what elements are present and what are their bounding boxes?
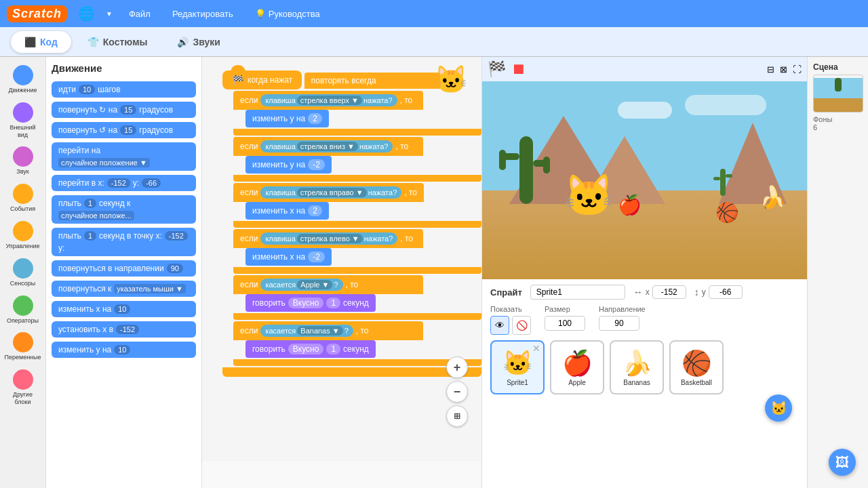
key-sensing-4: клавиша стрелка влево ▼ нажата? [260,232,397,245]
block-move[interactable]: идти 10 шагов [52,81,196,98]
if-header-1: если клавиша стрелка вверх ▼ нажата? , т… [233,91,423,110]
size-input[interactable] [545,316,585,331]
visibility-buttons: 👁 🚫 [490,316,531,335]
category-variables[interactable]: Переменные [3,329,43,364]
basketball-name: Basketball [681,379,712,386]
sprite-props: Показать 👁 🚫 Размер Направление [490,305,799,335]
direction-input[interactable] [599,316,639,331]
if-header-5: если касается Apple ▼ ? , то [233,275,423,294]
category-sound[interactable]: Звук [3,144,43,178]
apple-sprite: 🍎 [618,194,642,216]
show-button[interactable]: 👁 [490,316,509,335]
basketball-image: 🏀 [682,349,712,378]
globe-dropdown-icon: ▼ [106,10,113,18]
y-coord-group: ↕ у [694,285,743,299]
touching-sensing-2: касается Bananas ▼ ? [260,325,353,337]
categories-panel: Движение Внешний вид Звук События Управл… [0,57,46,488]
edit-menu[interactable]: Редактировать [167,6,239,22]
sprite-header: Спрайт ↔ х ↕ у [490,285,799,300]
category-myblocks[interactable]: Другие блоки [3,367,43,409]
stage-area: 🏁 ⏹ ⊟ ⊠ ⛶ [481,57,807,488]
script-container: 🏁 когда нажат повторять всегда если клав… [222,70,481,377]
hat-block: 🏁 когда нажат [222,70,302,89]
block-change-y[interactable]: изменить у на 10 [52,342,196,358]
code-area[interactable]: 🐱 🏁 когда нажат повторять всегда [202,57,481,488]
direction-label: Направление [599,305,646,313]
add-backdrop-button[interactable]: 🖼 [829,449,856,476]
sprite-card-apple[interactable]: 🍎 Apple [550,340,604,394]
size-group: Размер [545,305,585,335]
category-looks[interactable]: Внешний вид [3,100,43,142]
bananas-name: Bananas [623,379,650,386]
block-turn-right[interactable]: повернуть ↻ на 15 градусов [52,102,196,118]
block-set-x[interactable]: установить х в -152 [52,321,196,338]
apple-name: Apple [568,379,586,386]
zoom-out-button[interactable]: − [446,381,468,403]
category-motion[interactable]: Движение [3,62,43,97]
hide-button[interactable]: 🚫 [512,316,531,335]
normal-stage-button[interactable]: ⊠ [780,64,787,75]
tab-costumes[interactable]: 👕 Костюмы [74,31,161,53]
small-stage-button[interactable]: ⊟ [767,64,774,75]
x-axis-icon: ↔ [633,287,643,298]
sprite-name-input[interactable] [530,285,625,300]
block-glide-xy[interactable]: плыть 1 секунд в точку х: -152 у: [52,228,196,256]
if-block-5: если касается Apple ▼ ? , то говорить Вк… [233,275,481,320]
tab-code[interactable]: ⬛ Код [11,31,71,53]
if-header-6: если касается Bananas ▼ ? , то [233,321,423,340]
block-change-x[interactable]: изменить х на 10 [52,301,196,317]
fullscreen-button[interactable]: ⛶ [793,64,802,75]
y-coord-input[interactable] [709,285,743,299]
block-goto[interactable]: перейти на случайное положение ▼ [52,142,196,171]
cloud-2 [685,95,766,115]
file-menu[interactable]: Файл [123,6,156,22]
sprite-card-basketball[interactable]: 🏀 Basketball [669,340,724,394]
change-x-pos: изменить х на 2 [245,202,329,220]
block-glide-random[interactable]: плыть 1 секунд к случайное положе... [52,195,196,224]
category-sensing[interactable]: Сенсоры [3,256,43,290]
if-block-2: если клавиша стрелка вниз ▼ нажата? , то… [233,137,481,182]
sprite-panel: Спрайт ↔ х ↕ у Показать 👁 [482,279,807,488]
code-canvas: 🐱 🏁 когда нажат повторять всегда [202,57,481,461]
sprite-card-sprite1[interactable]: ✕ 🐱 Sprite1 [490,340,545,394]
stop-button[interactable]: ⏹ [511,60,526,78]
scene-thumbnail[interactable] [813,75,863,113]
block-point-towards[interactable]: повернуться к указатель мыши ▼ [52,281,196,297]
sprite-label: Спрайт [490,287,522,298]
add-sprite-button[interactable]: 🐱 [765,394,792,422]
tab-sounds[interactable]: 🔊 Звуки [163,31,233,53]
size-label: Размер [545,305,585,313]
x-coord-input[interactable] [652,285,686,299]
if-header-3: если клавиша стрелка вправо ▼ нажата? , … [233,183,424,202]
sprite-card-bananas[interactable]: 🍌 Bananas [610,340,664,394]
zoom-in-button[interactable]: + [446,357,468,378]
change-y-neg: изменить у на -2 [245,156,332,174]
globe-icon[interactable]: 🌐 [78,5,95,22]
basketball-sprite: 🏀 [715,201,739,224]
block-point-dir[interactable]: повернуться в направлении 90 [52,260,196,277]
play-button[interactable]: 🏁 [488,60,506,78]
desert-background: 🐱 🍎 🍌 🏀 [482,81,807,279]
x-coord-group: ↔ х [633,285,686,299]
menu-bar: Scratch 🌐 ▼ Файл Редактировать 💡 Руковод… [0,0,868,27]
add-sprite-area: 🐱 [490,394,799,428]
fit-button[interactable]: ⊞ [446,405,468,427]
if-block-3: если клавиша стрелка вправо ▼ нажата? , … [233,183,481,228]
code-icon: ⬛ [24,37,36,47]
backdrops-count: 6 [813,123,863,131]
small-cactus [720,169,726,196]
block-goto-xy[interactable]: перейти в х: -152 у: -66 [52,175,196,191]
category-operators[interactable]: Операторы [3,293,43,327]
scratch-logo[interactable]: Scratch [7,5,67,22]
blocks-panel: Движение идти 10 шагов повернуть ↻ на 15… [46,57,202,488]
scene-label: Сцена [813,62,863,72]
category-control[interactable]: Управление [3,218,43,253]
category-events[interactable]: События [3,181,43,216]
show-group: Показать 👁 🚫 [490,305,531,335]
sprite1-delete-icon[interactable]: ✕ [532,343,540,354]
change-y-pos: изменить у на 2 [245,110,329,127]
scene-panel: Сцена Фоны 6 🖼 [807,57,868,488]
change-x-neg: изменить х на -2 [245,248,332,266]
tutorials-menu[interactable]: 💡 Руководства [250,6,326,22]
block-turn-left[interactable]: повернуть ↺ на 15 градусов [52,122,196,138]
